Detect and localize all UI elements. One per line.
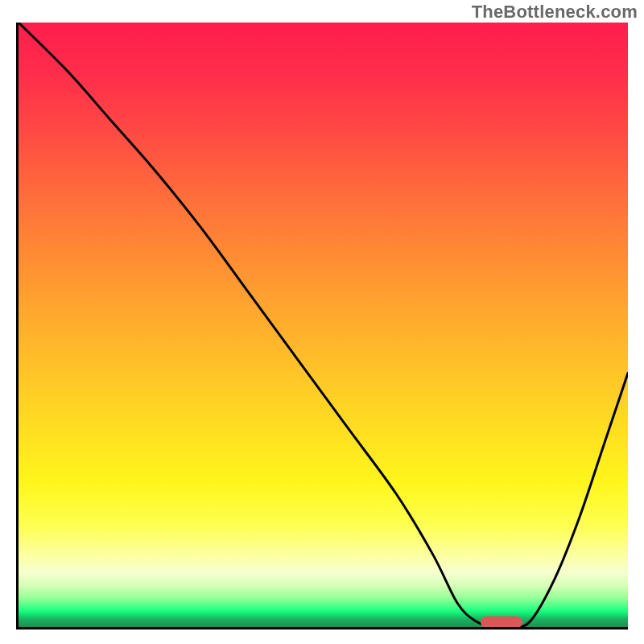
optimal-range-marker xyxy=(481,616,522,628)
watermark-text: TheBottleneck.com xyxy=(472,2,638,23)
chart-plot-area xyxy=(16,23,628,630)
bottleneck-curve xyxy=(19,23,628,627)
